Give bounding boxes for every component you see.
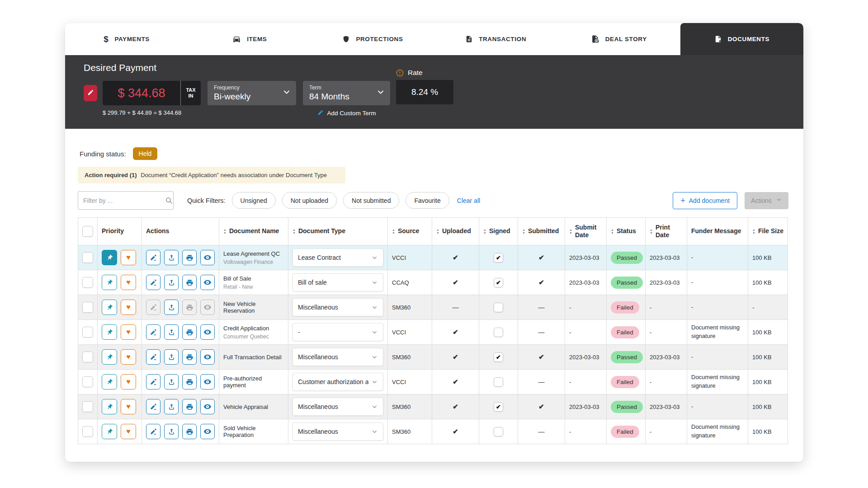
frequency-select[interactable]: Frequency Bi-weekly	[208, 81, 296, 105]
document-type-select[interactable]: Miscellaneous	[292, 298, 383, 316]
signed-checkbox[interactable]	[494, 427, 503, 436]
view-action-button[interactable]	[200, 324, 215, 340]
row-checkbox[interactable]	[82, 327, 93, 338]
signed-checkbox[interactable]	[494, 328, 503, 337]
sign-action-button[interactable]	[146, 324, 160, 340]
document-type-select[interactable]: Miscellaneous	[292, 422, 383, 441]
tab-transaction[interactable]: TRANSACTION	[434, 23, 557, 55]
select-all-checkbox[interactable]	[82, 226, 93, 237]
col-header-status[interactable]: ▲▼Status	[607, 218, 646, 245]
row-checkbox[interactable]	[82, 252, 93, 263]
favourite-button[interactable]: ♥	[121, 424, 136, 439]
document-type-select[interactable]: Lease Contract	[292, 249, 383, 267]
signed-checkbox[interactable]: ✔	[494, 278, 503, 287]
print-action-button[interactable]	[182, 300, 197, 315]
print-action-button[interactable]	[182, 349, 197, 365]
signed-checkbox[interactable]: ✔	[494, 352, 503, 362]
pin-button[interactable]	[102, 300, 117, 315]
view-action-button[interactable]	[200, 424, 215, 439]
print-action-button[interactable]	[182, 374, 197, 389]
view-action-button[interactable]	[200, 275, 215, 290]
signed-checkbox[interactable]	[494, 303, 503, 312]
term-select[interactable]: Term 84 Months	[303, 81, 390, 105]
row-checkbox[interactable]	[82, 401, 93, 412]
row-checkbox[interactable]	[82, 302, 93, 313]
row-checkbox[interactable]	[82, 376, 93, 387]
print-action-button[interactable]	[182, 250, 197, 265]
signed-checkbox[interactable]: ✔	[494, 253, 503, 263]
favourite-button[interactable]: ♥	[121, 399, 136, 414]
view-action-button[interactable]	[200, 250, 215, 265]
quick-filter-not-submitted[interactable]: Not submitted	[343, 192, 399, 209]
print-action-button[interactable]	[182, 324, 197, 340]
quick-filter-unsigned[interactable]: Unsigned	[232, 192, 276, 209]
row-checkbox[interactable]	[82, 426, 93, 437]
favourite-button[interactable]: ♥	[121, 300, 136, 315]
favourite-button[interactable]: ♥	[121, 275, 136, 290]
tab-items[interactable]: ITEMS	[188, 23, 311, 55]
pin-button[interactable]	[102, 324, 117, 340]
row-checkbox[interactable]	[82, 277, 93, 288]
tab-payments[interactable]: $PAYMENTS	[65, 23, 188, 55]
pin-button[interactable]	[102, 250, 117, 265]
pin-button[interactable]	[102, 275, 117, 290]
sign-action-button[interactable]	[146, 250, 160, 265]
sign-action-button[interactable]	[146, 424, 160, 439]
pin-button[interactable]	[102, 349, 117, 365]
col-header-file-size[interactable]: ▲▼File Size	[748, 218, 788, 245]
col-header-submitted[interactable]: ▲▼Submitted	[518, 218, 565, 245]
favourite-button[interactable]: ♥	[121, 324, 136, 340]
sign-action-button[interactable]	[146, 374, 160, 389]
document-type-select[interactable]: Miscellaneous	[292, 398, 383, 416]
print-action-button[interactable]	[182, 399, 197, 414]
pin-button[interactable]	[102, 374, 117, 389]
sign-action-button[interactable]	[146, 275, 160, 290]
view-action-button[interactable]	[200, 374, 215, 389]
row-checkbox[interactable]	[82, 352, 93, 362]
upload-action-button[interactable]	[164, 275, 179, 290]
favourite-button[interactable]: ♥	[121, 374, 136, 389]
tab-documents[interactable]: DOCUMENTS	[680, 23, 803, 55]
favourite-button[interactable]: ♥	[121, 250, 136, 265]
col-header-document-type[interactable]: ▲▼Document Type	[288, 218, 388, 245]
view-action-button[interactable]	[200, 349, 215, 365]
signed-checkbox[interactable]	[494, 377, 503, 387]
signed-checkbox[interactable]: ✔	[494, 402, 503, 412]
print-action-button[interactable]	[182, 275, 197, 290]
col-header-source[interactable]: ▲▼Source	[388, 218, 432, 245]
col-header-signed[interactable]: ▲▼Signed	[479, 218, 518, 245]
edit-payment-button[interactable]	[84, 85, 97, 101]
sign-action-button[interactable]	[146, 399, 160, 414]
quick-filter-favourite[interactable]: Favourite	[406, 192, 449, 209]
print-action-button[interactable]	[182, 424, 197, 439]
tab-protections[interactable]: PROTECTIONS	[311, 23, 434, 55]
col-header-document-name[interactable]: ▲▼Document Name	[219, 218, 288, 245]
col-header-uploaded[interactable]: ▲▼Uploaded	[432, 218, 479, 245]
sign-action-button[interactable]	[146, 300, 160, 315]
document-type-select[interactable]: Miscellaneous	[292, 348, 383, 366]
upload-action-button[interactable]	[164, 324, 179, 340]
favourite-button[interactable]: ♥	[121, 349, 136, 365]
upload-action-button[interactable]	[164, 300, 179, 315]
document-type-select[interactable]: -	[292, 323, 383, 341]
quick-filter-not-uploaded[interactable]: Not uploaded	[282, 192, 337, 209]
upload-action-button[interactable]	[164, 424, 179, 439]
upload-action-button[interactable]	[164, 250, 179, 265]
actions-button[interactable]: Actions	[745, 192, 788, 209]
document-type-select[interactable]: Bill of sale	[292, 273, 383, 291]
col-header-submit-date[interactable]: ▲▼Submit Date	[565, 218, 607, 245]
upload-action-button[interactable]	[164, 374, 179, 389]
pin-button[interactable]	[102, 399, 117, 414]
clear-all-link[interactable]: Clear all	[457, 197, 480, 204]
col-header-print-date[interactable]: ▲▼Print Date	[646, 218, 687, 245]
document-type-select[interactable]: Customer authorization and	[292, 373, 383, 391]
add-custom-term-link[interactable]: Add Custom Term	[303, 109, 390, 117]
upload-action-button[interactable]	[164, 399, 179, 414]
view-action-button[interactable]	[200, 399, 215, 414]
pin-button[interactable]	[102, 424, 117, 439]
view-action-button[interactable]	[200, 300, 215, 315]
upload-action-button[interactable]	[164, 349, 179, 365]
filter-input[interactable]	[83, 197, 165, 204]
add-document-button[interactable]: + Add document	[673, 192, 737, 209]
tab-deal-story[interactable]: DEAL STORY	[557, 23, 680, 55]
